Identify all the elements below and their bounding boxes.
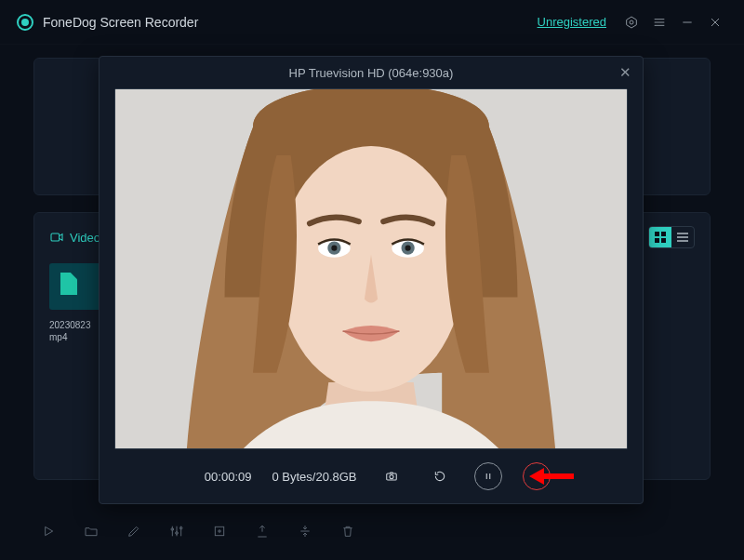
svg-rect-18 [677, 240, 688, 242]
svg-rect-43 [534, 474, 538, 479]
modal-close-button[interactable]: ✕ [617, 64, 633, 81]
play-icon[interactable] [39, 522, 58, 540]
convert-icon[interactable] [296, 522, 314, 540]
unregistered-link[interactable]: Unregistered [538, 15, 606, 29]
close-icon[interactable] [703, 10, 727, 34]
svg-rect-11 [51, 233, 60, 241]
modal-title: HP Truevision HD (064e:930a) [289, 66, 454, 80]
face-illustration [115, 89, 627, 448]
svg-rect-13 [661, 232, 666, 236]
svg-rect-16 [677, 233, 688, 234]
trash-icon[interactable] [339, 522, 357, 540]
recording-controls: 00:00:09 0 Bytes/20.8GB [100, 449, 643, 503]
view-grid-button[interactable] [649, 227, 671, 247]
modal-header: HP Truevision HD (064e:930a) ✕ [100, 57, 643, 88]
restart-button[interactable] [426, 462, 454, 490]
menu-icon[interactable] [647, 10, 671, 34]
svg-rect-17 [677, 236, 688, 238]
sliders-icon[interactable] [167, 522, 186, 540]
webcam-preview-modal: HP Truevision HD (064e:930a) ✕ [99, 56, 644, 504]
file-thumbnail [49, 263, 101, 310]
bottom-toolbar [33, 515, 711, 547]
svg-point-37 [331, 246, 337, 251]
export-icon[interactable] [253, 522, 272, 540]
svg-rect-12 [655, 232, 659, 236]
edit-icon[interactable] [125, 522, 143, 540]
recording-timer: 00:00:09 [192, 470, 251, 484]
svg-point-1 [630, 20, 633, 24]
tab-label: Video [70, 231, 100, 245]
app-title: FoneDog Screen Recorder [43, 15, 198, 30]
settings-icon[interactable] [619, 10, 644, 34]
snapshot-button[interactable] [378, 462, 405, 490]
svg-point-38 [405, 246, 411, 251]
view-list-button[interactable] [671, 227, 694, 247]
webcam-preview [114, 88, 628, 449]
app-logo-icon [17, 14, 33, 31]
svg-rect-15 [661, 238, 666, 243]
tab-video[interactable]: Video [49, 230, 100, 245]
titlebar: FoneDog Screen Recorder Unregistered [0, 0, 744, 45]
svg-marker-0 [627, 17, 637, 28]
minimize-icon[interactable] [675, 10, 699, 34]
svg-rect-14 [655, 238, 659, 243]
folder-icon[interactable] [82, 522, 100, 540]
pause-button[interactable] [474, 462, 502, 490]
svg-marker-19 [46, 527, 53, 535]
stop-button[interactable] [523, 462, 551, 490]
recording-size: 0 Bytes/20.8GB [272, 470, 356, 484]
view-toggle [648, 226, 695, 248]
svg-point-40 [389, 475, 392, 479]
compress-icon[interactable] [210, 522, 229, 540]
